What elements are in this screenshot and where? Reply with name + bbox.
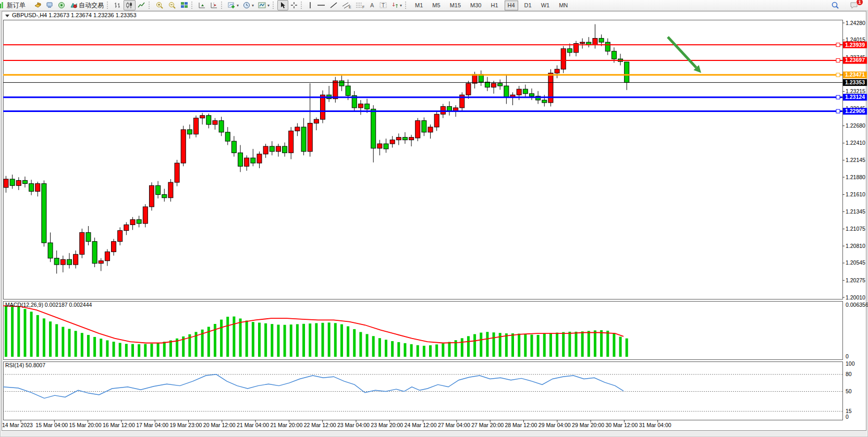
- line-chart-button[interactable]: [136, 0, 148, 10]
- macd-histogram-bar: [530, 334, 533, 357]
- macd-histogram-bar: [131, 344, 134, 357]
- autoscroll-icon: [198, 2, 206, 9]
- timeframe-w1-button[interactable]: W1: [538, 1, 553, 10]
- macd-histogram-bar: [138, 344, 140, 357]
- candle-body: [276, 146, 280, 152]
- candle-body: [74, 254, 78, 265]
- zoom-out-button[interactable]: [166, 0, 178, 10]
- fibonacci-button[interactable]: F: [353, 0, 367, 10]
- candle-body: [112, 242, 116, 252]
- tile-windows-button[interactable]: [178, 0, 190, 10]
- toolbar-separator: [301, 2, 304, 9]
- time-tick-label: 17 Mar 04:00: [136, 422, 168, 428]
- macd-histogram-bar: [353, 329, 356, 357]
- timeframe-h1-button[interactable]: H1: [487, 1, 501, 10]
- search-button[interactable]: [829, 0, 841, 10]
- candle-body: [99, 261, 103, 264]
- macd-histogram-bar: [271, 324, 273, 357]
- price-badge-label: 1.23353: [845, 79, 865, 85]
- timeframe-mn-button[interactable]: MN: [556, 1, 571, 10]
- time-tick-label: 16 Mar 12:00: [103, 422, 135, 428]
- candle-body: [143, 207, 148, 223]
- timeframe-m5-button[interactable]: M5: [429, 1, 443, 10]
- macd-histogram-bar: [543, 334, 546, 357]
- timeframe-m1-button[interactable]: M1: [412, 1, 426, 10]
- chart-shift-button[interactable]: [208, 0, 220, 10]
- timeframe-m15-button[interactable]: M15: [447, 1, 464, 10]
- macd-histogram-bar: [284, 325, 286, 357]
- candle: [92, 238, 97, 267]
- chart-canvas[interactable]: GBPUSD-,H4 1.23673 1.23674 1.23236 1.233…: [0, 10, 868, 437]
- macd-histogram-bar: [391, 341, 394, 357]
- market-watch-button[interactable]: [44, 0, 56, 10]
- templates-button[interactable]: ▾: [256, 0, 272, 10]
- candle-body: [80, 232, 84, 254]
- candle-body: [301, 127, 306, 152]
- candle-body: [231, 141, 236, 153]
- candle-body: [371, 109, 376, 148]
- crosshair-button[interactable]: [288, 0, 300, 10]
- candle-body: [580, 42, 585, 43]
- bar-chart-button[interactable]: [112, 0, 124, 10]
- dropdown-caret: ▾: [237, 3, 239, 8]
- trendline-button[interactable]: [327, 0, 340, 10]
- macd-histogram-bar: [36, 315, 39, 357]
- vertical-line-button[interactable]: [305, 0, 315, 10]
- macd-histogram-bar: [562, 332, 565, 357]
- line-handle[interactable]: [836, 73, 840, 77]
- macd-histogram-bar: [302, 324, 305, 357]
- candle-body: [213, 121, 217, 124]
- zoom-in-button[interactable]: [153, 0, 166, 10]
- candle-body: [599, 39, 604, 42]
- signals-button[interactable]: [56, 0, 68, 10]
- line-handle[interactable]: [836, 58, 840, 62]
- cursor-button[interactable]: [277, 0, 288, 10]
- text-button[interactable]: A: [367, 0, 377, 10]
- new-order-label: 新订单: [7, 1, 26, 10]
- candle-body: [346, 86, 350, 96]
- indicators-box-button[interactable]: [32, 0, 44, 10]
- candle-body: [333, 81, 338, 99]
- auto-trading-icon: [70, 2, 78, 9]
- macd-max-label: 0.006356: [846, 302, 868, 308]
- macd-histogram-bar: [549, 333, 552, 357]
- periods-button[interactable]: ▾: [241, 0, 256, 10]
- macd-histogram-bar: [150, 344, 153, 357]
- arrows-button[interactable]: ▾: [389, 0, 404, 10]
- time-tick-label: 23 Mar 04:00: [337, 422, 370, 428]
- macd-histogram-bar: [347, 326, 349, 357]
- candle-body: [295, 127, 300, 131]
- price-badge-label: 1.23124: [845, 94, 865, 100]
- autoscroll-button[interactable]: [196, 0, 208, 10]
- price-pane[interactable]: [4, 20, 843, 299]
- line-handle[interactable]: [836, 95, 840, 99]
- text-label-button[interactable]: T: [377, 0, 389, 10]
- horizontal-line-button[interactable]: [315, 0, 327, 10]
- add-indicator-button[interactable]: ▾: [226, 0, 241, 10]
- timeframe-m30-button[interactable]: M30: [467, 1, 484, 10]
- time-tick-label: 30 Mar 12:00: [605, 422, 638, 428]
- auto-trading-button[interactable]: 自动交易: [68, 0, 106, 10]
- candlestick-chart-button[interactable]: [124, 0, 136, 10]
- time-tick-label: 21 Mar 04:00: [237, 422, 269, 428]
- macd-histogram-bar: [626, 339, 628, 357]
- time-tick-label: 19 Mar 23:00: [170, 422, 202, 428]
- line-handle[interactable]: [836, 43, 840, 47]
- macd-histogram-bar: [220, 320, 223, 357]
- macd-histogram-bar: [442, 343, 444, 357]
- macd-histogram-bar: [613, 333, 615, 357]
- new-order-button[interactable]: 新订单: [5, 0, 28, 10]
- horizontal-line-icon: [317, 2, 325, 9]
- equidistant-channel-button[interactable]: E: [340, 0, 353, 10]
- macd-histogram-bar: [397, 342, 400, 357]
- macd-histogram-bar: [556, 333, 558, 357]
- timeframe-h4-button[interactable]: H4: [505, 1, 518, 10]
- mini-chart-icon: [0, 2, 5, 9]
- channel-icon: E: [342, 2, 351, 9]
- line-handle[interactable]: [836, 109, 840, 113]
- candle-body: [321, 95, 325, 119]
- price-tick-label: 1.21075: [846, 226, 865, 232]
- timeframe-d1-button[interactable]: D1: [521, 1, 535, 10]
- macd-histogram-bar: [588, 331, 590, 357]
- notifications-button[interactable]: 1: [848, 0, 861, 10]
